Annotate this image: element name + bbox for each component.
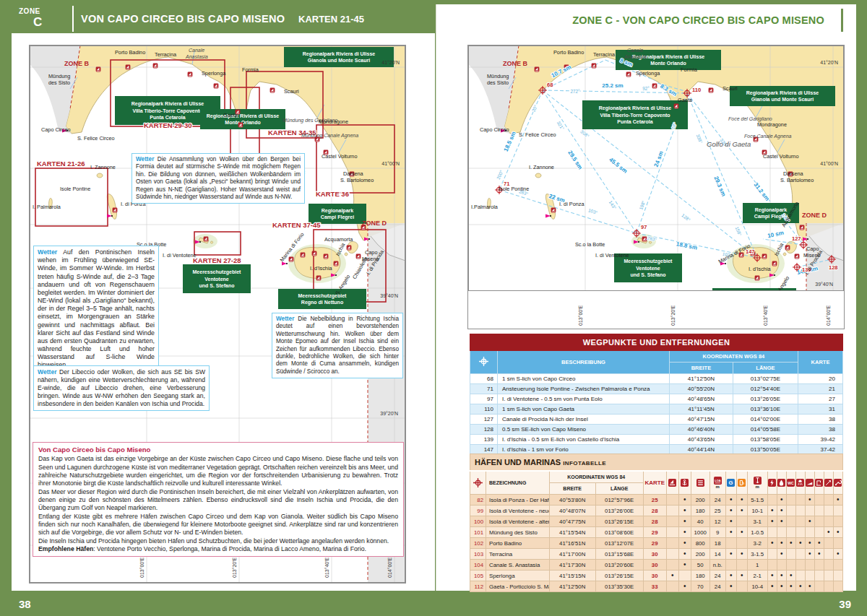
has-electricity (767, 527, 777, 538)
has-gas: • (725, 516, 736, 527)
col-breite: BREITE (669, 363, 733, 374)
has-fuel: • (736, 571, 747, 581)
water-icon (777, 479, 785, 487)
harbor-lat: 41°17'30N (549, 560, 595, 571)
has-repair (833, 516, 842, 527)
harbor-row: 105Sperlonga41°15'15N013°26'15E30•18024•… (470, 571, 843, 581)
col-karte: KARTE (798, 351, 842, 374)
waypoint-id: 71 (470, 384, 498, 394)
protected-area-label: Regionalpark Riviera di Ulisse (207, 113, 279, 119)
harbor-lon: 013°08'60E (595, 527, 643, 538)
place-label: des Sisto (487, 79, 509, 86)
waypoints-table-wrap: WEGPUNKTE UND ENTFERNUNGENBESCHREIBUNGKO… (470, 334, 843, 455)
has-marina (666, 549, 678, 560)
place-label: I.Palmarola (471, 204, 499, 210)
waypoint-id: 127 (470, 415, 498, 425)
max-length: 24 (709, 581, 725, 592)
has-repair (833, 560, 842, 571)
berth-count: 200 (691, 549, 709, 560)
protected-area-label: Regionalpark Riviera di Ulisse (131, 101, 204, 107)
region-paragraph: Das Meer vor dieser Region wird durch di… (38, 488, 398, 513)
harbors-table-wrap: HÄFEN UND MARINAS INFOTABELLEBEZEICHNUNG… (470, 454, 843, 592)
electricity-icon (768, 479, 776, 487)
has-electricity: • (767, 538, 777, 549)
place-label: Mündung (48, 73, 70, 79)
region-paragraph: Das Kap von Gaeta ist das einzige Vorgeb… (38, 455, 398, 487)
place-label: S. Felice Circeo (77, 135, 115, 142)
has-crane (814, 495, 824, 506)
has-fuel-hose (824, 538, 833, 549)
has-marina (666, 581, 678, 592)
weather-text: Auf den Pontinischen Inseln wehen im Frü… (38, 248, 155, 368)
has-anchorage: • (678, 506, 691, 516)
harbor-id: 104 (470, 560, 486, 571)
protected-area-label: Monte Orlando (650, 61, 686, 66)
protected-area-box: Regionalpark Riviera di UlisseGianola un… (730, 86, 835, 106)
graticule-label: 39°40'N (380, 293, 398, 298)
weather-lead: Wetter (136, 156, 154, 162)
waypoint-chart: 38 (798, 425, 842, 435)
depth-range: 5-1.5 (747, 495, 767, 506)
has-slipway: • (805, 538, 814, 549)
has-wc (786, 495, 795, 506)
harbor-id: 99 (470, 506, 486, 516)
harbor-icon (301, 253, 306, 258)
has-crane (814, 516, 824, 527)
has-gas: • (725, 506, 736, 516)
harbor-id: 100 (470, 516, 486, 527)
has-shower (795, 495, 805, 506)
harbor-icon (795, 254, 800, 259)
depth-range: 3-1 (747, 516, 767, 527)
has-slipway (805, 571, 814, 581)
max-length: 25 (709, 506, 725, 516)
has-crane (814, 581, 824, 592)
has-anchorage: • (678, 538, 691, 549)
harbor-row: 103Terracina41°17'00N013°15'68E30•20014•… (470, 549, 843, 560)
waypoint-id: 128 (470, 425, 498, 435)
has-electricity: • (767, 506, 777, 516)
depth-range: 3-1.5 (747, 549, 767, 560)
waypoint-route-map: Regionalpark Riviera di UlisseMonte Orla… (467, 45, 845, 329)
weather-lead: Wetter (276, 316, 294, 322)
harbor-icon (153, 64, 158, 69)
waypoint-lat: 40°46'40N (669, 425, 733, 435)
waypoint-lon: 014°05'58E (733, 425, 798, 435)
graticule-label: 41°20'N (381, 60, 400, 65)
harbor-icon (289, 257, 294, 262)
wc-icon: WC (787, 479, 795, 487)
harbor-name: Porto Badino (486, 538, 550, 549)
has-anchorage: • (678, 527, 691, 538)
header-separator (72, 6, 74, 32)
has-anchorage: • (678, 516, 691, 527)
graticule-label: 41°00'N (820, 161, 838, 166)
island (783, 253, 786, 256)
has-fuel-hose (824, 549, 833, 560)
max-length: 14 (709, 549, 725, 560)
harbor-icon (188, 72, 193, 77)
has-repair (833, 571, 842, 581)
zone-box: ZONE C (12, 4, 72, 33)
protected-area-label: Punta Cetarola (617, 119, 653, 124)
chart-extent-label: KARTEN 21-26 (37, 160, 85, 168)
has-water: • (777, 571, 786, 581)
waypoint-lon: 013°36'10E (733, 404, 798, 415)
has-shower: • (795, 538, 805, 549)
has-slipway: • (805, 495, 814, 506)
recommended-harbors: Empfohlene Häfen: Ventotene Porto Vecchi… (38, 545, 398, 553)
has-marina: • (666, 571, 678, 581)
weather-lead: Wetter (38, 248, 57, 256)
place-label: Isole Pontine (60, 186, 90, 192)
has-gas: • (725, 549, 736, 560)
waypoint-chart: 39-42 (798, 435, 842, 445)
fuel-hose-icon (824, 479, 832, 487)
harbor-row: 99Isola di Ventotene - neuer Hafen40°48'… (470, 506, 843, 516)
graticule-label: 013°20'E (670, 305, 676, 326)
place-label: I. di Ventotene (595, 252, 629, 259)
place-label: Formia (242, 66, 259, 73)
graticule-label: 013°00'E (139, 557, 144, 578)
graticule-label: 39°40'N (815, 282, 833, 287)
has-shower (795, 571, 805, 581)
place-label: Mündung Canale Agnena (301, 133, 358, 139)
has-anchorage: • (678, 495, 691, 506)
harbor-name: Mündung des Sisto (486, 527, 550, 538)
